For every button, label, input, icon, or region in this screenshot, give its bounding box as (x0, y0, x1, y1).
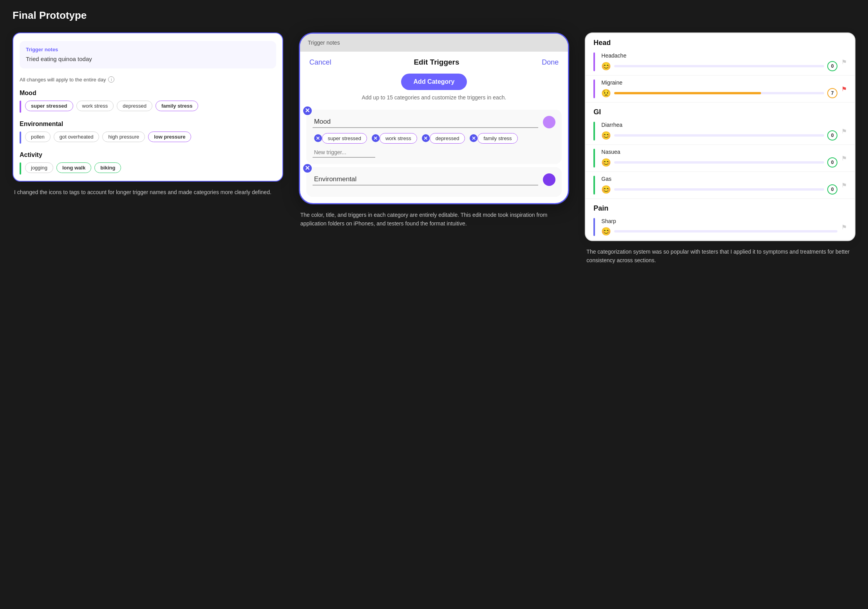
edit-triggers-title: Edit Triggers (414, 58, 459, 67)
tag-biking[interactable]: biking (94, 162, 121, 173)
headache-flag-icon: ⚑ (841, 58, 847, 66)
nasuea-name: Nasuea (601, 149, 837, 155)
diarrhea-smiley: 😊 (601, 131, 611, 140)
head-section-label: Head (586, 33, 855, 49)
trigger-notes-box: Trigger notes Tried eating quinoa today (20, 41, 276, 68)
mood-category-card: ✕ ✕ super stressed ✕ work stress (306, 110, 562, 164)
mood-remove-button[interactable]: ✕ (302, 106, 313, 116)
nasuea-flag-icon: ⚑ (841, 155, 847, 162)
activity-section: jogging long walk biking (13, 162, 282, 175)
mood-section-header: Mood (13, 88, 282, 101)
symptom-headache: Headache 😊 0 ⚑ (586, 49, 855, 76)
nasuea-bar-accent (593, 149, 595, 168)
all-changes-text: All changes will apply to the entire day (20, 77, 106, 83)
diarrhea-row: 😊 0 (601, 130, 837, 141)
symptom-nasuea: Nasuea 😊 0 ⚑ (586, 145, 855, 172)
migraine-flag-icon: ⚑ (841, 85, 847, 93)
remove-family-stress[interactable]: ✕ (470, 134, 477, 142)
migraine-badge: 7 (827, 88, 837, 98)
new-trigger-input[interactable] (313, 148, 375, 158)
right-panel: Head Headache 😊 0 ⚑ (585, 32, 855, 241)
env-title-input[interactable] (313, 174, 539, 186)
migraine-row: 😟 7 (601, 88, 837, 98)
env-section: pollen got overheated high pressure low … (13, 132, 282, 144)
page-title: Final Prototype (13, 9, 855, 22)
activity-left-bar (20, 162, 21, 175)
tag-super-stressed[interactable]: super stressed (25, 101, 73, 111)
diarrhea-name: Diarrhea (601, 122, 837, 128)
info-icon: i (108, 76, 114, 83)
migraine-fill (614, 92, 761, 94)
mood-title-input[interactable] (313, 116, 539, 128)
left-column: Trigger notes Tried eating quinoa today … (13, 32, 283, 196)
trigger-family-stress: ✕ family stress (468, 133, 517, 144)
headache-name: Headache (601, 52, 837, 59)
tag-long-walk[interactable]: long walk (56, 162, 91, 173)
tag-pollen[interactable]: pollen (25, 132, 51, 142)
all-changes-row: All changes will apply to the entire day… (13, 73, 282, 88)
sharp-smiley: 😊 (601, 227, 611, 236)
symptom-sharp: Sharp 😊 ⚑ (586, 214, 855, 240)
gi-section-label: GI (586, 103, 855, 118)
mood-content: super stressed work stress depressed fam… (25, 101, 282, 113)
remove-super-stressed[interactable]: ✕ (314, 134, 322, 142)
nasuea-content: Nasuea 😊 0 (601, 149, 837, 168)
tag-low-pressure[interactable]: low pressure (148, 132, 191, 142)
headache-row: 😊 0 (601, 61, 837, 71)
tag-family-stress[interactable]: family stress (156, 101, 199, 111)
mood-section: super stressed work stress depressed fam… (13, 101, 282, 113)
headache-content: Headache 😊 0 (601, 52, 837, 71)
middle-caption: The color, title, and triggers in each c… (299, 211, 570, 228)
env-remove-button[interactable]: ✕ (302, 163, 313, 173)
done-button[interactable]: Done (542, 58, 559, 67)
trigger-notes-label: Trigger notes (26, 47, 270, 52)
trigger-tag-super-stressed[interactable]: super stressed (322, 133, 367, 144)
gas-bar-accent (593, 176, 595, 195)
gas-flag-icon: ⚑ (841, 182, 847, 189)
symptom-diarrhea: Diarrhea 😊 0 ⚑ (586, 118, 855, 145)
remove-depressed[interactable]: ✕ (422, 134, 430, 142)
symptom-gas: Gas 😊 0 ⚑ (586, 172, 855, 199)
phone-top-bar: Trigger notes (300, 34, 568, 52)
headache-track (614, 65, 824, 67)
cancel-button[interactable]: Cancel (309, 58, 331, 67)
page-container: Final Prototype Trigger notes Tried eati… (13, 9, 855, 265)
left-caption: I changed the icons to tags to account f… (13, 188, 283, 196)
diarrhea-content: Diarrhea 😊 0 (601, 122, 837, 141)
activity-section-header: Activity (13, 150, 282, 162)
trigger-tag-depressed[interactable]: depressed (430, 133, 465, 144)
add-category-hint: Add up to 15 categories and customize th… (300, 94, 568, 106)
diarrhea-bar-accent (593, 122, 595, 141)
tag-work-stress[interactable]: work stress (76, 101, 114, 111)
phone-top-label: Trigger notes (308, 40, 340, 46)
gas-content: Gas 😊 0 (601, 176, 837, 195)
migraine-name: Migraine (601, 79, 837, 86)
migraine-smiley: 😟 (601, 88, 611, 98)
trigger-work-stress: ✕ work stress (370, 133, 417, 144)
tag-high-pressure[interactable]: high pressure (102, 132, 145, 142)
migraine-bar-accent (593, 79, 595, 98)
tag-got-overheated[interactable]: got overheated (54, 132, 99, 142)
trigger-notes-text: Tried eating quinoa today (26, 55, 270, 63)
diarrhea-badge: 0 (827, 130, 837, 141)
env-color-dot[interactable] (543, 173, 555, 186)
activity-content: jogging long walk biking (25, 162, 282, 175)
sharp-name: Sharp (601, 218, 837, 224)
tag-jogging[interactable]: jogging (25, 162, 53, 173)
tag-depressed[interactable]: depressed (117, 101, 152, 111)
nasuea-track (614, 161, 824, 164)
pain-section-label: Pain (586, 199, 855, 214)
gas-name: Gas (601, 176, 837, 182)
trigger-tag-work-stress[interactable]: work stress (380, 133, 417, 144)
sharp-row: 😊 (601, 227, 837, 236)
headache-smiley: 😊 (601, 61, 611, 71)
trigger-super-stressed: ✕ super stressed (313, 133, 367, 144)
mood-color-dot[interactable] (543, 116, 555, 128)
nasuea-smiley: 😊 (601, 158, 611, 167)
headache-bar-accent (593, 52, 595, 71)
gas-track (614, 188, 824, 191)
trigger-tag-family-stress[interactable]: family stress (477, 133, 517, 144)
add-category-button[interactable]: Add Category (401, 74, 467, 90)
edit-triggers-header: Cancel Edit Triggers Done (300, 52, 568, 70)
remove-work-stress[interactable]: ✕ (372, 134, 380, 142)
